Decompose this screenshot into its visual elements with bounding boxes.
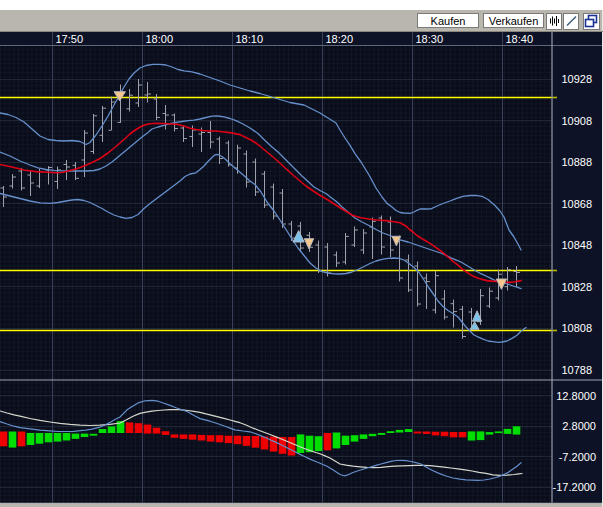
svg-text:10848: 10848: [561, 239, 592, 251]
svg-text:18:00: 18:00: [146, 33, 174, 45]
svg-text:10828: 10828: [561, 281, 592, 293]
svg-text:10788: 10788: [561, 364, 592, 376]
svg-text:18:10: 18:10: [236, 33, 264, 45]
svg-text:10808: 10808: [561, 322, 592, 334]
svg-text:12.8000: 12.8000: [556, 390, 596, 402]
svg-text:10908: 10908: [561, 115, 592, 127]
svg-text:18:30: 18:30: [416, 33, 444, 45]
svg-text:18:20: 18:20: [326, 33, 354, 45]
svg-text:-17.2000: -17.2000: [553, 481, 596, 493]
svg-text:-7.2000: -7.2000: [559, 451, 596, 463]
svg-text:17:50: 17:50: [56, 33, 84, 45]
svg-text:10928: 10928: [561, 73, 592, 85]
svg-text:10868: 10868: [561, 198, 592, 210]
svg-text:10888: 10888: [561, 156, 592, 168]
svg-text:18:40: 18:40: [506, 33, 534, 45]
svg-text:2.8000: 2.8000: [562, 420, 596, 432]
